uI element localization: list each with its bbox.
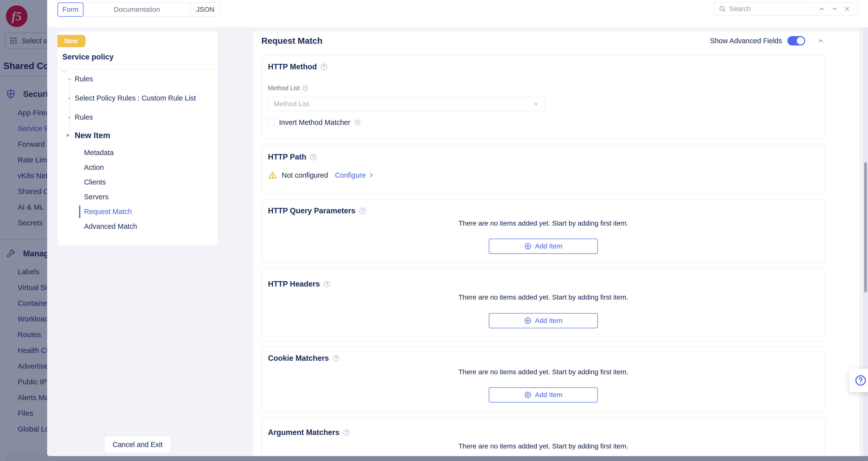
not-configured-text: Not configured: [282, 171, 328, 179]
card-title: HTTP Headers ?: [268, 280, 330, 288]
method-list-label: Method List ?: [268, 85, 308, 92]
wizard-step-rules-2[interactable]: Rules: [75, 113, 93, 121]
wizard-substep-action[interactable]: Action: [84, 164, 104, 172]
plus-circle-icon: [524, 391, 531, 399]
plus-circle-icon: [524, 242, 531, 250]
help-icon[interactable]: ?: [321, 64, 327, 70]
card-title: HTTP Method ?: [268, 62, 327, 71]
chevron-down-icon[interactable]: [831, 5, 838, 12]
chevron-right-icon: [368, 172, 374, 178]
add-item-button[interactable]: Add Item: [489, 313, 598, 328]
http-headers-card: HTTP Headers ? There are no items added …: [261, 268, 825, 341]
empty-state-text: There are no items added yet. Start by a…: [261, 293, 825, 301]
card-title: Cookie Matchers ?: [268, 354, 339, 363]
card-title-text: HTTP Method: [268, 62, 317, 71]
toggle-knob: [797, 37, 804, 45]
panel-header: Request Match Show Advanced Fields: [261, 33, 825, 48]
tree-bullet-icon: [68, 78, 70, 80]
show-advanced-toggle[interactable]: [787, 36, 805, 46]
add-item-button[interactable]: Add Item: [489, 387, 598, 403]
help-icon[interactable]: ?: [310, 154, 317, 160]
help-icon[interactable]: ?: [324, 281, 330, 287]
wizard-step-rules-1[interactable]: Rules: [75, 75, 93, 83]
add-item-label: Add Item: [535, 317, 562, 325]
card-title: HTTP Path ?: [268, 153, 317, 162]
active-substep-indicator: [79, 205, 80, 218]
question-circle-icon: [855, 374, 867, 386]
http-path-card: HTTP Path ? Not configured Configure: [261, 144, 825, 194]
wizard-step-select-policy-rules[interactable]: Select Policy Rules : Custom Rule List: [75, 94, 196, 102]
wizard-substep-clients[interactable]: Clients: [84, 178, 106, 186]
search-icon: [719, 5, 726, 12]
wizard-title: Service policy: [62, 53, 114, 61]
add-item-button[interactable]: Add Item: [489, 239, 598, 254]
invert-method-matcher-row: Invert Method Matcher ?: [268, 118, 360, 126]
argument-matchers-card: Argument Matchers ? There are no items a…: [261, 417, 825, 456]
help-icon[interactable]: ?: [343, 429, 350, 436]
http-method-card: HTTP Method ? Method List ? Method List …: [261, 55, 825, 139]
empty-state-text: There are no items added yet. Start by a…: [261, 442, 825, 450]
view-tabs: Form Documentation JSON: [58, 2, 220, 17]
wizard-substep-servers[interactable]: Servers: [84, 193, 108, 201]
empty-state-text: There are no items added yet. Start by a…: [261, 220, 825, 227]
select-placeholder: Method List: [274, 100, 309, 108]
scrollbar-thumb[interactable]: [864, 162, 867, 292]
card-title-text: HTTP Query Parameters: [268, 206, 355, 215]
help-icon[interactable]: ?: [359, 208, 366, 214]
wizard-nav-panel: New Service policy Rules Select Policy R…: [58, 31, 218, 246]
help-icon[interactable]: ?: [333, 355, 339, 362]
tab-documentation[interactable]: Documentation: [84, 3, 191, 17]
advanced-fields-label: Show Advanced Fields: [710, 37, 782, 45]
tab-form[interactable]: Form: [58, 2, 84, 17]
search-input[interactable]: [729, 5, 809, 13]
wizard-step-new-item[interactable]: New Item: [75, 131, 110, 140]
tree-bullet-icon: [68, 97, 70, 99]
cookie-matchers-card: Cookie Matchers ? There are no items add…: [261, 346, 825, 412]
arrow-right-icon: [67, 134, 69, 137]
card-title-text: Cookie Matchers: [268, 354, 329, 363]
http-query-parameters-card: HTTP Query Parameters ? There are no ite…: [261, 199, 825, 263]
tree-connector: [69, 81, 70, 136]
chevron-up-icon[interactable]: [818, 5, 825, 12]
method-list-select[interactable]: Method List: [268, 97, 545, 111]
tree-bullet-icon: [68, 116, 70, 119]
card-title-text: HTTP Headers: [268, 280, 320, 288]
card-title-text: HTTP Path: [268, 153, 306, 162]
card-title: Argument Matchers ?: [268, 428, 350, 437]
configure-link-text: Configure: [335, 171, 366, 179]
nav-divider: [58, 69, 218, 69]
plus-circle-icon: [524, 317, 531, 324]
chevron-down-icon: [533, 101, 539, 107]
tab-json[interactable]: JSON: [191, 3, 220, 17]
configure-link[interactable]: Configure: [335, 171, 374, 179]
invert-method-checkbox[interactable]: [268, 119, 275, 126]
close-icon[interactable]: [844, 6, 850, 12]
cancel-and-exit-button[interactable]: Cancel and Exit: [104, 436, 171, 453]
collapse-section-icon[interactable]: [817, 37, 825, 45]
page-title: Request Match: [261, 36, 322, 46]
search-box: [714, 2, 859, 16]
request-match-panel: Request Match Show Advanced Fields HTTP …: [253, 31, 859, 456]
empty-state-text: There are no items added yet. Start by a…: [261, 368, 825, 376]
wizard-substep-advanced-match[interactable]: Advanced Match: [84, 222, 137, 231]
help-icon[interactable]: ?: [303, 85, 308, 91]
field-label-text: Method List: [268, 85, 300, 92]
help-button[interactable]: [849, 369, 868, 392]
collapse-notch-icon: [62, 67, 67, 73]
checkbox-label: Invert Method Matcher: [279, 118, 350, 126]
http-path-status-row: Not configured Configure: [268, 171, 374, 180]
wizard-substep-metadata[interactable]: Metadata: [84, 149, 114, 157]
card-title: HTTP Query Parameters ?: [268, 206, 366, 215]
add-item-label: Add Item: [535, 242, 562, 250]
wizard-substep-request-match[interactable]: Request Match: [84, 208, 132, 216]
help-icon[interactable]: ?: [355, 120, 360, 125]
status-badge: New: [58, 35, 86, 47]
card-title-text: Argument Matchers: [268, 428, 339, 437]
service-policy-modal: Form Documentation JSON: [47, 0, 868, 456]
modal-topbar: Form Documentation JSON: [47, 0, 868, 27]
warning-icon: [268, 171, 277, 180]
add-item-label: Add Item: [535, 391, 562, 399]
